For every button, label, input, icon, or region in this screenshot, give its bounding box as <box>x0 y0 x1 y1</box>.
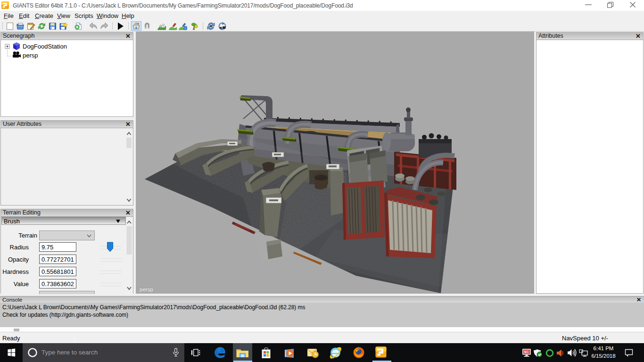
svg-text:SC: SC <box>524 350 529 354</box>
svg-text:i: i <box>185 27 185 30</box>
